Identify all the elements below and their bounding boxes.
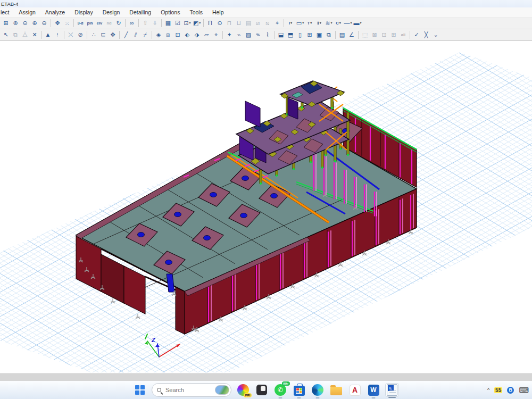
zoom-previous-icon[interactable]: ⊝: [21, 19, 29, 28]
show-points-icon[interactable]: ⁝: [53, 30, 62, 39]
select-table-icon[interactable]: ▤: [338, 30, 346, 39]
divide-frames-icon[interactable]: ⫽: [131, 30, 140, 39]
pan-icon[interactable]: ✥: [53, 19, 62, 28]
tray-overflow-chevron[interactable]: ^: [487, 387, 489, 393]
paste-icon[interactable]: ⧊: [21, 30, 29, 39]
define-window-icon[interactable]: ⊞: [305, 30, 314, 39]
reselect-icon[interactable]: ⊞: [389, 30, 398, 39]
object-visibility-icon[interactable]: ☑: [173, 19, 182, 28]
get-previous-selection-icon[interactable]: ✓: [412, 30, 421, 39]
taskbar-app-word[interactable]: W: [367, 383, 380, 397]
zoom-restore-icon[interactable]: ⊚: [11, 19, 20, 28]
search-input[interactable]: [164, 386, 212, 394]
section-wide-flange-icon[interactable]: Ⅱ▾: [315, 19, 323, 28]
mirror-icon[interactable]: ⬖: [183, 30, 192, 39]
battery-percent-badge[interactable]: 55: [494, 387, 502, 393]
menu-assign[interactable]: Assign: [14, 8, 40, 16]
draw-wall-icon[interactable]: ⊓: [225, 19, 234, 28]
menu-analyze[interactable]: Analyze: [40, 8, 70, 16]
section-rebar-icon[interactable]: ≋▾: [325, 19, 333, 28]
walkthrough-icon[interactable]: ⁙: [63, 19, 71, 28]
assign-joint-load-icon[interactable]: ✦: [225, 30, 234, 39]
define-deck-icon[interactable]: ⬓: [277, 30, 285, 39]
align-edge-icon[interactable]: ⊑: [99, 30, 107, 39]
copy-icon[interactable]: ⧉: [11, 30, 20, 39]
trim-frame-icon[interactable]: ⌿: [141, 30, 149, 39]
view-plan-icon[interactable]: pln: [86, 19, 94, 28]
define-slab-icon[interactable]: ⬒: [286, 30, 295, 39]
menu-options[interactable]: Options: [156, 8, 185, 16]
view-named-icon[interactable]: nd: [105, 19, 113, 28]
mesh-area-icon[interactable]: ⧈: [164, 30, 172, 39]
menu-lect[interactable]: lect: [0, 8, 14, 16]
menu-tools[interactable]: Tools: [185, 8, 207, 16]
start-button[interactable]: [133, 383, 147, 397]
taskbar-app-colorful[interactable]: FRI: [236, 383, 250, 397]
section-rect-icon[interactable]: ▭▾: [296, 19, 304, 28]
define-opening-icon[interactable]: ▯: [296, 30, 304, 39]
zoom-window-icon[interactable]: ⊞: [2, 19, 10, 28]
rotate-view-icon[interactable]: ↻: [114, 19, 123, 28]
move-joints-icon[interactable]: ✥: [109, 30, 117, 39]
section-channel-icon[interactable]: C▾: [334, 19, 343, 28]
draw-ramp-icon[interactable]: ⧄: [254, 19, 262, 28]
draw-special-joint-icon[interactable]: ⊙: [215, 19, 224, 28]
snap-grid-icon[interactable]: ⌖: [212, 30, 220, 39]
assign-area-load-icon[interactable]: ▨: [244, 30, 253, 39]
assign-frame-load-icon[interactable]: ⌁: [235, 30, 243, 39]
draw-window-icon[interactable]: ⊔: [235, 19, 243, 28]
draw-door-icon[interactable]: ▤: [244, 19, 253, 28]
taskbar-app-file-explorer[interactable]: [329, 383, 343, 397]
shrink-objects-icon[interactable]: ◩▾: [193, 19, 201, 28]
chamfer-icon[interactable]: ▱: [202, 30, 211, 39]
section-i-icon[interactable]: I▾: [286, 19, 295, 28]
mesh-quad-icon[interactable]: ◈: [154, 30, 163, 39]
menu-design[interactable]: Design: [98, 8, 125, 16]
view-3d-icon[interactable]: 3-d: [76, 19, 85, 28]
edit-shell-icon[interactable]: ⊡: [173, 30, 182, 39]
offset-icon[interactable]: ⬗: [193, 30, 201, 39]
merge-points-icon[interactable]: ⤫: [66, 30, 75, 39]
select-graph-icon[interactable]: ∠: [347, 30, 356, 39]
select-intersect-icon[interactable]: ⊡: [380, 30, 388, 39]
taskbar-app-store[interactable]: [292, 383, 306, 397]
model-viewport[interactable]: Z: [0, 41, 532, 373]
select-poly-icon[interactable]: ⬚: [361, 30, 369, 39]
snap-points-icon[interactable]: ∴: [89, 30, 98, 39]
taskbar-search[interactable]: [152, 383, 231, 397]
bluetooth-icon[interactable]: B: [507, 387, 514, 394]
menu-display[interactable]: Display: [70, 8, 97, 16]
section-line-icon[interactable]: —▾: [344, 19, 352, 28]
taskbar-app-whatsapp[interactable]: ✆ 99+: [273, 383, 287, 397]
taskbar-app-etabs-active[interactable]: E: [385, 383, 399, 397]
taskbar-app-autocad[interactable]: A: [348, 383, 362, 397]
assign-percent-icon[interactable]: %: [254, 30, 262, 39]
taskbar-app-snipping[interactable]: [255, 383, 269, 397]
view-options-icon[interactable]: ⊡▾: [183, 19, 192, 28]
select-all-icon[interactable]: all: [399, 30, 408, 39]
draw-link-icon[interactable]: ⧅: [263, 19, 272, 28]
move-up-in-list-icon[interactable]: ⇧: [141, 19, 149, 28]
perspective-icon[interactable]: ∞: [128, 19, 136, 28]
section-tee-icon[interactable]: T▾: [305, 19, 314, 28]
section-bar-icon[interactable]: ▬▾: [353, 19, 362, 28]
touch-keyboard-icon[interactable]: ⌨: [519, 386, 529, 394]
search-daily-image[interactable]: [215, 385, 229, 395]
move-down-in-list-icon[interactable]: ⇩: [151, 19, 159, 28]
select-window-icon[interactable]: ⊠: [370, 30, 379, 39]
draw-frame-icon[interactable]: Π: [206, 19, 214, 28]
similar-stories-icon[interactable]: ▦: [164, 19, 172, 28]
select-pointer-icon[interactable]: ↖: [2, 30, 10, 39]
define-cut-icon[interactable]: ⧉: [325, 30, 333, 39]
divide-line-icon[interactable]: ╱: [122, 30, 130, 39]
clear-selection-icon[interactable]: ╳: [422, 30, 430, 39]
define-picture-icon[interactable]: ▣: [315, 30, 323, 39]
assign-spring-icon[interactable]: ⌇: [263, 30, 272, 39]
delete-icon[interactable]: ✕: [30, 30, 39, 39]
taskbar-app-edge[interactable]: [311, 383, 325, 397]
snap-options-icon[interactable]: ⌖: [273, 19, 281, 28]
show-model-icon[interactable]: ▲: [44, 30, 52, 39]
zoom-in-icon[interactable]: ⊕: [30, 19, 39, 28]
select-more-icon[interactable]: ⌄: [431, 30, 440, 39]
menu-detailing[interactable]: Detailing: [124, 8, 156, 16]
